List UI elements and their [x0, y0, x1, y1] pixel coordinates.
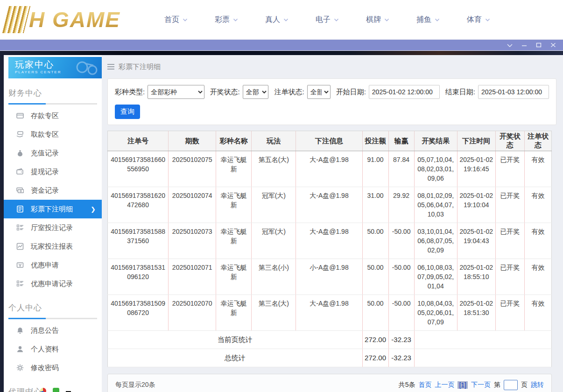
- cell-lottery: 幸运飞艇新: [216, 259, 252, 295]
- sidebar-item-label: 取款专区: [31, 130, 59, 139]
- query-button[interactable]: 查询: [115, 105, 140, 119]
- cell-lottery: 幸运飞艇新: [216, 223, 252, 259]
- nav-item-live[interactable]: 真人: [265, 15, 289, 25]
- cell-period: 20250102075: [169, 151, 216, 187]
- lottery-type-select[interactable]: 全部彩种: [148, 85, 204, 99]
- window-titlebar: [0, 40, 563, 51]
- chevron-down-icon: [233, 17, 238, 22]
- cell-bet-no: 401569173581531096120: [108, 259, 169, 295]
- close-button[interactable]: [549, 42, 557, 49]
- table-row: 40156917358153109612020250102071幸运飞艇新第三名…: [108, 259, 552, 295]
- cell-result: 05,07,10,04,08,02,03,01,09,06: [414, 151, 457, 187]
- sidebar-section-heading: 财务中心: [8, 88, 97, 98]
- nav-item-lottery[interactable]: 彩票: [215, 15, 238, 25]
- chevron-down-icon: [283, 17, 289, 22]
- cell-result: 10,08,04,03,05,02,06,01,07,09: [414, 295, 457, 331]
- cell-bet-info: 小-A盘@1.98: [296, 259, 362, 295]
- sidebar-item-lottery-bet-details[interactable]: 彩票下注明细❯: [4, 200, 102, 218]
- prev-page-link[interactable]: 上一页: [435, 381, 454, 389]
- nav-item-label: 棋牌: [366, 15, 381, 25]
- jump-action-link[interactable]: 跳转: [531, 381, 544, 389]
- chevron-down-icon: [485, 17, 490, 22]
- sidebar-item-deposit-zone[interactable]: 存款专区: [4, 106, 102, 125]
- gear-icon: [16, 364, 24, 372]
- logo-stripes-icon: [2, 6, 30, 33]
- minimize-button[interactable]: [520, 42, 528, 49]
- cell-amount: 50.00: [362, 223, 388, 259]
- table-row: 40156917358150908672020250102070幸运飞艇新第三名…: [108, 295, 552, 331]
- summary-winloss: -32.23: [388, 331, 414, 349]
- jump-page-input[interactable]: [504, 380, 518, 390]
- nav-item-label: 彩票: [215, 15, 230, 25]
- first-page-link[interactable]: 首页: [418, 381, 431, 389]
- column-header: 彩种名称: [216, 131, 252, 151]
- start-date-input[interactable]: [369, 85, 440, 99]
- sidebar-item-change-password[interactable]: 修改密码: [4, 358, 102, 377]
- summary-empty: [414, 349, 551, 367]
- sidebar-item-hall-bet-records[interactable]: 厅室投注记录: [4, 218, 102, 237]
- cell-bet-info: 大-A盘@1.98: [296, 151, 362, 187]
- sidebar-item-label: 优惠申请记录: [31, 280, 73, 288]
- bets-table-wrap: 注单号期数彩种名称玩法下注信息投注额输赢开奖结果下注时间开奖状态注单状态4015…: [107, 131, 556, 367]
- nav-item-home[interactable]: 首页: [164, 15, 188, 25]
- app-icon[interactable]: [53, 388, 59, 392]
- sidebar-header: 玩家中心 PLAYERS CENTER: [8, 57, 102, 78]
- sidebar-item-player-bet-report[interactable]: 玩家投注报表: [4, 237, 102, 256]
- end-date-input[interactable]: [478, 85, 549, 99]
- cell-bet-status: 有效: [524, 187, 551, 223]
- sidebar-item-label: 存款专区: [31, 112, 59, 120]
- browser-icon[interactable]: [40, 388, 46, 392]
- table-row: 40156917358166055695020250102075幸运飞艇新第五名…: [108, 151, 552, 187]
- hamburger-icon[interactable]: [107, 64, 114, 70]
- sidebar-item-fund-records[interactable]: 资金记录: [4, 181, 102, 200]
- draw-status-select[interactable]: 全部: [243, 85, 269, 99]
- cell-winloss: -50.00: [388, 223, 414, 259]
- end-date-label: 结束日期:: [445, 88, 475, 97]
- next-page-link[interactable]: 下一页: [471, 381, 491, 389]
- sidebar-item-announcements[interactable]: 消息公告: [4, 321, 102, 340]
- wallet-icon: [16, 168, 24, 176]
- sidebar-item-label: 资金记录: [31, 186, 59, 195]
- nav-item-fishing[interactable]: 捕鱼: [416, 15, 440, 25]
- document-list-icon: [16, 205, 24, 213]
- bet-status-label: 注单状态:: [274, 88, 304, 97]
- sidebar-item-label: 玩家投注报表: [31, 242, 73, 251]
- sidebar-item-recharge-records[interactable]: 充值记录: [4, 144, 102, 162]
- sidebar-item-promo-apply-records[interactable]: 优惠申请记录: [4, 274, 102, 293]
- column-header: 下注时间: [457, 131, 495, 151]
- page-title: 彩票下注明细: [119, 63, 161, 71]
- sidebar-item-promo-apply[interactable]: 优惠申请: [4, 256, 102, 274]
- sidebar-item-label: 充值记录: [31, 149, 59, 158]
- sidebar-item-label: 优惠申请: [31, 261, 59, 270]
- summary-empty: [414, 331, 551, 349]
- nav-item-label: 真人: [265, 15, 280, 25]
- cell-draw-status: 已开奖: [495, 187, 524, 223]
- cell-draw-status: 已开奖: [495, 151, 524, 187]
- dropdown-button[interactable]: [506, 42, 514, 49]
- nav-item-chess[interactable]: 棋牌: [366, 15, 389, 25]
- cell-bet-time: 2025-01-02 19:16:45: [457, 151, 495, 187]
- checklist-icon: [16, 280, 24, 288]
- banknotes-icon: [16, 186, 24, 195]
- sidebar-item-withdrawal-records[interactable]: 提现记录: [4, 162, 102, 181]
- filter-panel: 彩种类型: 全部彩种 开奖状态: 全部 注单状态: 全部 开始日期: 结束日期:…: [107, 78, 556, 125]
- cell-result: 03,10,01,04,06,08,07,05,02,09: [414, 223, 457, 259]
- app-frame: 玩家中心 PLAYERS CENTER 财务中心存款专区取款专区充值记录提现记录…: [4, 55, 563, 392]
- main-nav-menu: 首页彩票真人电子棋牌捕鱼体育: [164, 15, 490, 25]
- maximize-button[interactable]: [535, 42, 543, 49]
- bet-status-select[interactable]: 全部: [307, 85, 331, 99]
- cell-bet-time: 2025-01-02 19:04:43: [457, 223, 495, 259]
- nav-item-sports[interactable]: 体育: [467, 15, 490, 25]
- sidebar-item-label: 彩票下注明细: [31, 205, 73, 214]
- nav-item-slots[interactable]: 电子: [316, 15, 339, 25]
- cell-play: 冠军(大): [252, 187, 296, 223]
- site-logo[interactable]: H GAME: [6, 6, 141, 33]
- bell-icon: [16, 326, 24, 335]
- sidebar-item-withdraw-zone[interactable]: 取款专区: [4, 125, 102, 144]
- column-header: 投注额: [362, 131, 388, 151]
- sidebar-item-profile[interactable]: 个人资料: [4, 340, 102, 358]
- coupon-icon: [16, 261, 24, 269]
- cell-bet-time: 2025-01-02 19:10:04: [457, 187, 495, 223]
- breadcrumb: 彩票下注明细: [107, 60, 556, 74]
- cell-result: 06,10,08,03,07,09,05,02,01,04: [414, 259, 457, 295]
